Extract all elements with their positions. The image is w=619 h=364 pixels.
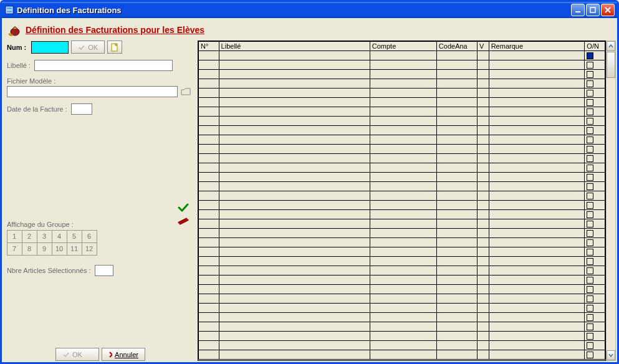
- cell[interactable]: [436, 117, 477, 126]
- cell[interactable]: [436, 294, 477, 304]
- cell[interactable]: [477, 257, 489, 266]
- col-on[interactable]: O/N: [585, 42, 605, 51]
- cell[interactable]: [489, 285, 585, 294]
- cell[interactable]: [370, 275, 436, 285]
- checkbox[interactable]: [587, 352, 593, 358]
- table-row[interactable]: [199, 229, 605, 238]
- cell[interactable]: [436, 285, 477, 294]
- cell[interactable]: [585, 257, 605, 266]
- cell[interactable]: [199, 332, 219, 341]
- checkbox[interactable]: [587, 211, 593, 218]
- scroll-down-button[interactable]: [607, 350, 615, 360]
- checkbox[interactable]: [587, 305, 593, 312]
- cell[interactable]: [477, 313, 489, 322]
- checkbox[interactable]: [587, 202, 593, 209]
- cell[interactable]: [489, 79, 585, 89]
- groupe-cell-1[interactable]: 1: [7, 230, 22, 243]
- cell[interactable]: [219, 107, 370, 117]
- checkbox[interactable]: [587, 239, 593, 246]
- cell[interactable]: [199, 257, 219, 266]
- table-row[interactable]: [199, 79, 605, 89]
- cell[interactable]: [489, 70, 585, 79]
- cell[interactable]: [477, 350, 489, 360]
- checkbox[interactable]: [587, 230, 593, 237]
- checkbox[interactable]: [587, 342, 593, 349]
- cell[interactable]: [489, 145, 585, 154]
- checkbox[interactable]: [587, 127, 593, 134]
- cell[interactable]: [199, 210, 219, 219]
- cell[interactable]: [477, 126, 489, 135]
- cell[interactable]: [199, 304, 219, 313]
- checkbox[interactable]: [587, 193, 593, 199]
- checkbox[interactable]: [587, 333, 593, 340]
- cell[interactable]: [477, 79, 489, 89]
- table-row[interactable]: [199, 285, 605, 294]
- cell[interactable]: [477, 60, 489, 70]
- libelle-field[interactable]: [34, 60, 173, 71]
- cell[interactable]: [370, 98, 436, 107]
- cell[interactable]: [370, 266, 436, 275]
- cell[interactable]: [199, 350, 219, 360]
- cell[interactable]: [489, 341, 585, 350]
- groupe-cell-10[interactable]: 10: [52, 242, 67, 256]
- cell[interactable]: [477, 182, 489, 191]
- col-codeana[interactable]: CodeAna: [436, 42, 477, 51]
- cell[interactable]: [489, 294, 585, 304]
- cell[interactable]: [370, 191, 436, 201]
- cell[interactable]: [370, 126, 436, 135]
- cell[interactable]: [585, 191, 605, 201]
- cell[interactable]: [199, 238, 219, 247]
- checkbox[interactable]: [587, 155, 593, 162]
- cell[interactable]: [219, 266, 370, 275]
- titlebar[interactable]: Définition des Facturations: [2, 2, 617, 18]
- cell[interactable]: [585, 163, 605, 173]
- cell[interactable]: [219, 173, 370, 182]
- cell[interactable]: [370, 332, 436, 341]
- checkbox[interactable]: [587, 118, 593, 125]
- cell[interactable]: [585, 266, 605, 275]
- cell[interactable]: [370, 285, 436, 294]
- minimize-button[interactable]: [571, 4, 585, 16]
- cell[interactable]: [436, 313, 477, 322]
- red-slash-icon[interactable]: [178, 216, 189, 226]
- table-row[interactable]: [199, 60, 605, 70]
- groupe-cell-11[interactable]: 11: [67, 242, 82, 256]
- cell[interactable]: [436, 70, 477, 79]
- cell[interactable]: [436, 79, 477, 89]
- checkbox[interactable]: [587, 146, 593, 153]
- cell[interactable]: [199, 70, 219, 79]
- cell[interactable]: [219, 182, 370, 191]
- cell[interactable]: [585, 89, 605, 98]
- table-row[interactable]: [199, 117, 605, 126]
- table-row[interactable]: [199, 107, 605, 117]
- cell[interactable]: [489, 266, 585, 275]
- groupe-cell-2[interactable]: 2: [22, 230, 37, 243]
- cell[interactable]: [477, 135, 489, 145]
- cell[interactable]: [585, 229, 605, 238]
- table-row[interactable]: [199, 89, 605, 98]
- cell[interactable]: [219, 257, 370, 266]
- checkbox[interactable]: [587, 52, 593, 59]
- cell[interactable]: [436, 126, 477, 135]
- cell[interactable]: [219, 285, 370, 294]
- cell[interactable]: [585, 60, 605, 70]
- groupe-cell-3[interactable]: 3: [37, 230, 52, 243]
- cell[interactable]: [477, 266, 489, 275]
- table-row[interactable]: [199, 294, 605, 304]
- cell[interactable]: [219, 70, 370, 79]
- grid-scroll[interactable]: N° Libellé Compte CodeAna V Remarque O/N: [198, 41, 606, 361]
- maximize-button[interactable]: [586, 4, 600, 16]
- cell[interactable]: [489, 51, 585, 60]
- cell[interactable]: [436, 210, 477, 219]
- cell[interactable]: [370, 322, 436, 332]
- cell[interactable]: [199, 294, 219, 304]
- cell[interactable]: [199, 173, 219, 182]
- cell[interactable]: [436, 350, 477, 360]
- cell[interactable]: [370, 145, 436, 154]
- cell[interactable]: [219, 135, 370, 145]
- cell[interactable]: [477, 117, 489, 126]
- cell[interactable]: [477, 247, 489, 257]
- cell[interactable]: [585, 238, 605, 247]
- groupe-cell-9[interactable]: 9: [37, 242, 52, 256]
- cell[interactable]: [489, 154, 585, 163]
